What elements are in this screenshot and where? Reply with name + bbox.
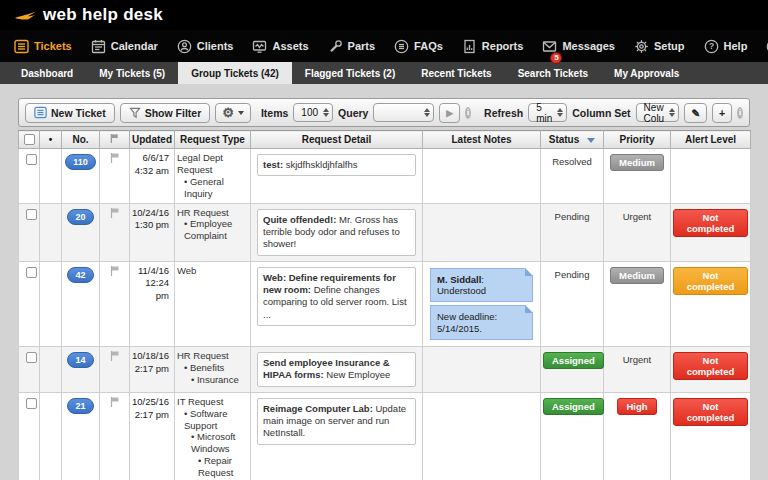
status-badge: Assigned	[543, 398, 604, 415]
request-detail-cell: Quite offended!: Mr. Gross has terrible …	[251, 203, 423, 261]
query-label: Query	[338, 107, 368, 119]
tab-my-approvals[interactable]: My Approvals	[601, 62, 692, 84]
updated-header[interactable]: Updated	[130, 131, 175, 149]
chevron-down-icon	[238, 111, 244, 115]
nav-faqs[interactable]: FAQs	[394, 39, 443, 54]
flag-icon[interactable]	[109, 350, 121, 362]
main-content: New Ticket Show Filter ⚙ Items 100 Query…	[0, 84, 768, 480]
flag-icon[interactable]	[109, 207, 121, 219]
status-badge: Pending	[555, 209, 590, 224]
row-checkbox[interactable]	[26, 267, 37, 278]
help-question-icon: ?	[704, 39, 719, 54]
nav-calendar[interactable]: Calendar	[91, 39, 158, 54]
report-chart-icon	[462, 39, 477, 54]
show-filter-button[interactable]: Show Filter	[120, 103, 211, 123]
updated-cell: 6/6/174:32 am	[130, 149, 175, 204]
request-detail-box[interactable]: Send employee Insurance & HIPAA forms: N…	[257, 352, 416, 387]
request-detail-box[interactable]: test: skjdfhskldjhfalfhs	[257, 154, 416, 176]
latest-notes-header[interactable]: Latest Notes	[423, 131, 541, 149]
tab-flagged-tickets[interactable]: Flagged Tickets (2)	[292, 62, 408, 84]
gear-icon: ⚙	[222, 106, 234, 119]
flag-icon[interactable]	[109, 152, 121, 164]
nav-tickets[interactable]: Tickets	[14, 39, 72, 54]
nav-setup[interactable]: Setup	[634, 39, 685, 54]
request-detail-box[interactable]: Web: Define requirements for new room: D…	[257, 267, 416, 326]
request-detail-box[interactable]: Quite offended!: Mr. Gross has terrible …	[257, 209, 416, 256]
latest-notes-cell	[423, 149, 541, 204]
items-label: Items	[261, 107, 288, 119]
row-checkbox[interactable]	[26, 209, 37, 220]
row-checkbox[interactable]	[26, 352, 37, 363]
items-per-page-select[interactable]: 100	[293, 103, 333, 122]
faq-list-circle-icon	[394, 39, 409, 54]
stepper-icon	[557, 108, 563, 117]
ticket-number-badge[interactable]: 42	[67, 267, 93, 283]
priority-header[interactable]: Priority	[604, 131, 671, 149]
number-header[interactable]: No.	[62, 131, 100, 149]
column-set-label: Column Set	[572, 107, 630, 119]
latest-notes-cell: M. Siddall: Understood New deadline: 5/1…	[423, 261, 541, 347]
request-detail-header[interactable]: Request Detail	[251, 131, 423, 149]
app-logo-text: web help desk	[43, 5, 163, 25]
nav-messages[interactable]: 5 Messages	[542, 39, 615, 54]
flag-header[interactable]	[100, 131, 130, 149]
gear-icon	[634, 39, 649, 54]
row-checkbox[interactable]	[26, 154, 37, 165]
tab-my-tickets[interactable]: My Tickets (5)	[86, 62, 178, 84]
updated-cell: 10/25/162:17 pm	[130, 392, 175, 480]
tickets-table: • No. Updated Request Type Request Detai…	[18, 130, 751, 480]
new-ticket-button[interactable]: New Ticket	[25, 103, 115, 123]
nav-assets[interactable]: Assets	[252, 39, 308, 54]
info-icon: i	[465, 107, 471, 119]
priority-badge: High	[617, 398, 656, 415]
select-all-checkbox[interactable]	[24, 134, 35, 145]
edit-column-set-button[interactable]: ✎	[684, 103, 707, 123]
updated-cell: 11/4/1612:24 pm	[130, 261, 175, 347]
flag-icon[interactable]	[109, 265, 121, 277]
request-type-header[interactable]: Request Type	[175, 131, 251, 149]
nav-reports[interactable]: Reports	[462, 39, 524, 54]
flag-icon[interactable]	[109, 396, 121, 408]
tab-dashboard[interactable]: Dashboard	[8, 62, 86, 84]
ticket-number-badge[interactable]: 20	[67, 209, 93, 225]
request-detail-box[interactable]: Reimage Computer Lab: Update main image …	[257, 398, 416, 445]
ticket-number-badge[interactable]: 14	[67, 352, 93, 368]
top-bar: web help desk	[0, 0, 768, 30]
ticket-number-badge[interactable]: 21	[67, 398, 93, 414]
stepper-icon	[424, 108, 430, 117]
tab-group-tickets[interactable]: Group Tickets (42)	[178, 62, 292, 84]
column-set-select[interactable]: New Colu	[636, 103, 680, 122]
wrench-icon	[328, 39, 343, 54]
priority-badge: Medium	[610, 267, 664, 284]
alert-level-header[interactable]: Alert Level	[671, 131, 751, 149]
unread-bullet-header[interactable]: •	[40, 131, 62, 149]
run-query-button[interactable]: ▶	[439, 103, 460, 123]
note-bubble: M. Siddall: Understood	[430, 268, 533, 303]
request-type-cell: HR RequestBenefitsInsurance	[175, 347, 251, 393]
request-detail-cell: Reimage Computer Lab: Update main image …	[251, 392, 423, 480]
stepper-icon	[669, 108, 675, 117]
query-select[interactable]	[373, 103, 434, 122]
calendar-icon	[91, 39, 106, 54]
nav-parts[interactable]: Parts	[328, 39, 376, 54]
ticket-number-badge[interactable]: 110	[65, 154, 96, 170]
tab-search-tickets[interactable]: Search Tickets	[505, 62, 601, 84]
note-bubble: New deadline: 5/14/2015.	[430, 305, 533, 340]
updated-cell: 10/18/162:17 pm	[130, 347, 175, 393]
bulk-action-gear-button[interactable]: ⚙	[215, 103, 251, 123]
request-type-cell: Legal Dept RequestGeneral Inquiry	[175, 149, 251, 204]
nav-help[interactable]: ? Help	[704, 39, 748, 54]
svg-text:?: ?	[708, 41, 713, 51]
add-column-set-button[interactable]: +	[712, 103, 732, 123]
nav-clients[interactable]: Clients	[177, 39, 234, 54]
refresh-interval-select[interactable]: 5 min	[528, 103, 567, 122]
ticket-tabs-bar: Dashboard My Tickets (5) Group Tickets (…	[0, 62, 768, 84]
status-header[interactable]: Status	[541, 131, 604, 149]
solarwinds-flame-icon	[15, 8, 37, 23]
stepper-icon	[323, 108, 329, 117]
tab-recent-tickets[interactable]: Recent Tickets	[408, 62, 504, 84]
request-type-cell: Web	[175, 261, 251, 347]
status-badge: Pending	[555, 267, 590, 282]
row-checkbox[interactable]	[26, 398, 37, 409]
status-badge: Assigned	[543, 352, 604, 369]
